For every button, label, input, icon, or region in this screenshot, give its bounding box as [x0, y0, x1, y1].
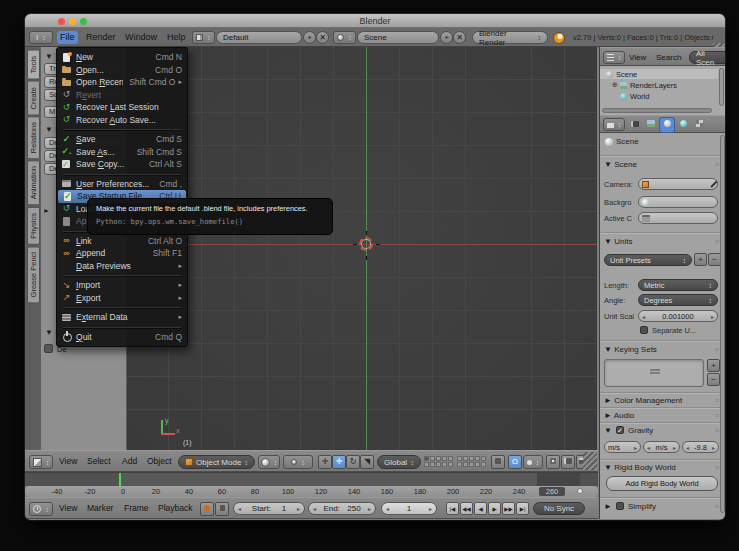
tab-create[interactable]: Create [27, 81, 40, 116]
menu-marker[interactable]: Marker [87, 503, 113, 513]
menu-item-import[interactable]: ↘Import▸ [57, 279, 187, 292]
menu-item-save-copy[interactable]: Save Copy...Ctrl Alt S [57, 158, 187, 171]
menu-item-save-as[interactable]: ✓.Save As...Shift Cmd S [57, 146, 187, 159]
frame-start-field[interactable]: ◂ Start: 1 ▸ [233, 502, 305, 515]
collapsed-panel-arrow-icon[interactable]: ► [43, 207, 50, 214]
jump-to-end-button[interactable]: ▶| [516, 502, 529, 515]
increment-arrow-icon[interactable]: ▸ [712, 444, 715, 451]
viewport-shading-dropdown[interactable]: ↕ [258, 455, 280, 469]
panel-header-rigid-body[interactable]: ▼ Rigid Body World [604, 463, 676, 472]
render-border-button[interactable] [546, 455, 560, 469]
menu-item-export[interactable]: ↗Export▸ [57, 292, 187, 305]
panel-header-audio[interactable]: ► Audio [604, 411, 634, 420]
unit-scale-field[interactable]: ◂ 0.001000 ▸ [638, 310, 718, 322]
timeline-ruler[interactable]: -40 -20 0 20 40 60 80 100 120 140 160 18… [25, 486, 598, 497]
editor-type-button-outliner[interactable]: ↕ [603, 51, 625, 64]
increment-arrow-icon[interactable]: ▸ [297, 505, 300, 512]
timeline-canvas[interactable] [25, 472, 598, 486]
menu-item-link[interactable]: ∞LinkCtrl Alt O [57, 235, 187, 248]
increment-arrow-icon[interactable]: ▸ [634, 444, 637, 451]
tab-render-layers[interactable] [644, 118, 658, 132]
menu-item-new[interactable]: NewCmd N [57, 51, 187, 64]
add-screen-layout-button[interactable]: + [303, 31, 316, 44]
play-button[interactable]: ▶ [488, 502, 501, 515]
layer-grid-right[interactable] [457, 456, 487, 468]
menu-view[interactable]: View [59, 456, 77, 466]
menu-item-user-preferences[interactable]: User Preferences...Cmd , [57, 178, 187, 191]
editor-type-button-properties[interactable]: ↕ [603, 118, 625, 131]
decrement-arrow-icon[interactable]: ◂ [686, 444, 689, 451]
corner-resize-grip[interactable] [583, 452, 597, 470]
delete-globally-checkbox[interactable] [44, 344, 53, 353]
add-preset-button[interactable]: + [694, 253, 707, 266]
menu-add[interactable]: Add [122, 456, 137, 466]
separate-units-checkbox[interactable] [640, 326, 648, 334]
jump-to-start-button[interactable]: |◀ [446, 502, 459, 515]
snap-element-dropdown[interactable]: ↕ [523, 455, 543, 469]
current-frame-line[interactable] [119, 473, 121, 487]
add-scene-button[interactable]: + [440, 31, 453, 44]
viewport-3d[interactable]: y x (1) [127, 47, 597, 450]
menu-frame[interactable]: Frame [124, 503, 149, 513]
eyedropper-icon[interactable] [710, 181, 717, 188]
unit-presets-dropdown[interactable]: Unit Presets ↕ [604, 254, 692, 266]
delete-scene-button[interactable]: ✕ [453, 31, 466, 44]
menu-item-data-previews[interactable]: Data Previews▸ [57, 260, 187, 273]
decrement-arrow-icon[interactable]: ◂ [642, 313, 645, 320]
menu-item-recover-last-session[interactable]: ↺Recover Last Session [57, 101, 187, 114]
render-engine-dropdown[interactable]: Blender Render ↕ [472, 31, 548, 44]
scale-manipulator-button[interactable]: ◥ [360, 455, 374, 469]
previous-keyframe-button[interactable]: ◀◀ [460, 502, 473, 515]
menu-view[interactable]: View [59, 503, 77, 513]
menu-item-open-recent[interactable]: Open Recent...Shift Cmd O▸ [57, 76, 187, 89]
panel-header-color-management[interactable]: ► Color Management [604, 396, 682, 405]
menu-item-recover-auto-save[interactable]: ↺Recover Auto Save... [57, 114, 187, 127]
increment-arrow-icon[interactable]: ▸ [711, 313, 714, 320]
editor-type-button-3dview[interactable]: ↕ [29, 455, 53, 469]
editor-type-button-timeline[interactable]: ↕ [29, 502, 53, 516]
increment-arrow-icon[interactable]: ▸ [673, 444, 676, 451]
tab-physics[interactable]: Physics [27, 207, 40, 245]
opengl-render-image-button[interactable] [561, 455, 575, 469]
keying-sets-list[interactable] [604, 359, 704, 387]
scrollbar-handle[interactable] [577, 488, 583, 494]
menu-item-external-data[interactable]: External Data▸ [57, 311, 187, 324]
outliner-row-scene[interactable]: Scene [600, 69, 718, 79]
screen-layout-type-button[interactable]: ↕ [192, 31, 215, 44]
vertical-scrollbar[interactable] [719, 68, 724, 106]
add-keying-set-button[interactable]: + [707, 359, 720, 372]
menu-item-open[interactable]: Open...Cmd O [57, 64, 187, 77]
increment-arrow-icon[interactable]: ▸ [429, 505, 432, 512]
scene-browse-button[interactable]: ↕ [333, 31, 356, 44]
length-unit-dropdown[interactable]: Metric ↕ [638, 279, 718, 291]
menu-item-revert[interactable]: ↺Revert [57, 89, 187, 102]
decrement-arrow-icon[interactable]: ◂ [647, 444, 650, 451]
decrement-arrow-icon[interactable]: ◂ [313, 505, 316, 512]
gravity-x-field[interactable]: m/s ▸ [604, 441, 641, 453]
outliner-row-world[interactable]: World [600, 91, 718, 101]
menu-select[interactable]: Select [87, 456, 111, 466]
next-keyframe-button[interactable]: ▶▶ [502, 502, 515, 515]
editor-type-button-info[interactable]: i ↕ [29, 31, 53, 44]
panel-header-units[interactable]: ▼ Units [604, 237, 632, 246]
snap-toggle-button[interactable]: Ω [508, 455, 522, 469]
simplify-checkbox[interactable] [616, 502, 624, 510]
play-reverse-button[interactable]: ◀ [474, 502, 487, 515]
panel-header-keying-sets[interactable]: ▼ Keying Sets [604, 345, 657, 354]
lock-to-scene-button[interactable] [491, 455, 505, 469]
expand-icon[interactable]: ⊕ [612, 81, 618, 89]
vertical-scrollbar[interactable] [720, 135, 725, 513]
menu-render[interactable]: Render [83, 31, 119, 44]
horizontal-scrollbar[interactable] [602, 108, 712, 113]
gravity-checkbox[interactable]: ✓ [616, 426, 624, 434]
panel-header-scene[interactable]: ▼ Scene [604, 160, 637, 169]
menu-object[interactable]: Object [147, 456, 172, 466]
display-scope-dropdown[interactable]: All Scen [689, 51, 725, 64]
panel-header-simplify[interactable]: ► [604, 502, 612, 511]
active-clip-field[interactable] [638, 212, 718, 224]
outliner-row-renderlayers[interactable]: ⊕ RenderLayers [600, 80, 718, 90]
current-frame-field[interactable]: ◂ 1 ▸ [381, 502, 437, 515]
menu-help[interactable]: Help [164, 31, 189, 44]
delete-screen-layout-button[interactable]: ✕ [316, 31, 329, 44]
tab-texture[interactable] [692, 118, 706, 132]
